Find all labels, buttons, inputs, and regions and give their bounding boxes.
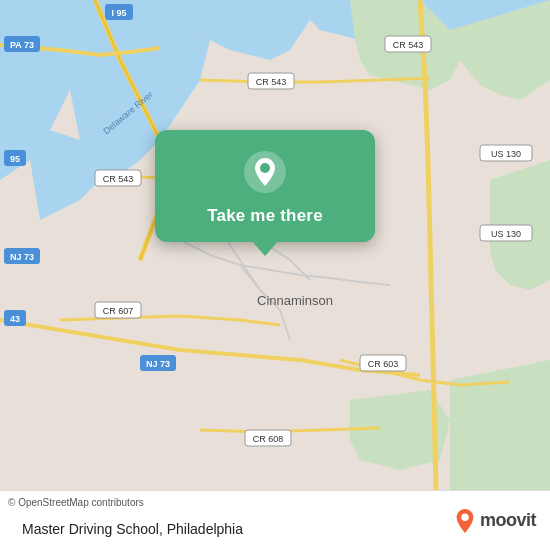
copyright-text: © OpenStreetMap contributors [8,497,144,508]
svg-text:95: 95 [10,154,20,164]
svg-text:I 95: I 95 [111,8,126,18]
svg-text:US 130: US 130 [491,229,521,239]
svg-text:CR 543: CR 543 [103,174,134,184]
svg-point-32 [260,163,270,173]
take-me-there-popup[interactable]: Take me there [155,130,375,242]
take-me-there-button[interactable]: Take me there [207,206,323,226]
svg-text:NJ 73: NJ 73 [10,252,34,262]
svg-text:CR 603: CR 603 [368,359,399,369]
svg-text:PA 73: PA 73 [10,40,34,50]
svg-text:CR 543: CR 543 [256,77,287,87]
svg-point-33 [461,513,468,520]
svg-text:CR 543: CR 543 [393,40,424,50]
moovit-pin-icon [454,508,476,534]
svg-text:NJ 73: NJ 73 [146,359,170,369]
svg-text:US 130: US 130 [491,149,521,159]
svg-text:CR 607: CR 607 [103,306,134,316]
location-pin-icon [243,150,287,194]
moovit-brand-text: moovit [480,510,536,531]
moovit-logo: moovit [454,508,536,534]
svg-text:CR 608: CR 608 [253,434,284,444]
map-container: PA 73 I 95 95 CR 543 CR 543 CR 543 US 13… [0,0,550,490]
svg-text:Cinnaminson: Cinnaminson [257,293,333,308]
svg-text:43: 43 [10,314,20,324]
bottom-bar: © OpenStreetMap contributors Master Driv… [0,490,550,550]
